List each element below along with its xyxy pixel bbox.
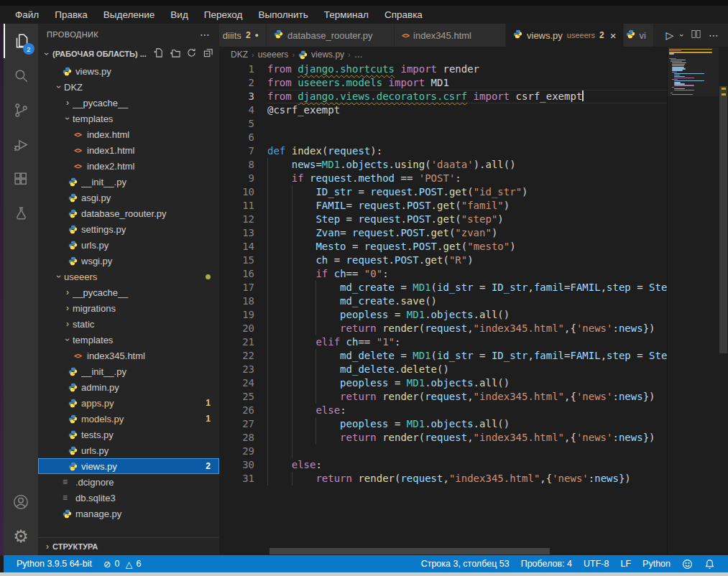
run-debug-icon[interactable] (4, 127, 38, 162)
menu-Терминал[interactable]: Терминал (316, 6, 377, 24)
feedback-icon[interactable] (676, 559, 699, 570)
tree-item-index.html[interactable]: <>index.html (38, 126, 219, 142)
search-icon[interactable] (4, 58, 38, 93)
tab-database_roouter.py[interactable]: database_roouter.py (267, 24, 395, 47)
menu-Выполнить[interactable]: Выполнить (250, 6, 315, 24)
tree-item-.dcignore[interactable]: ≡.dcignore (38, 474, 219, 490)
indent-guide (315, 417, 340, 431)
workspace-section-header[interactable]: › (РАБОЧАЯ ОБЛАСТЬ) ... (38, 45, 219, 63)
tree-item-admin.py[interactable]: admin.py (38, 379, 219, 395)
outline-section-header[interactable]: › СТРУКТУРА (38, 537, 219, 555)
tree-item-__pycache__[interactable]: ›__pycache__ (38, 95, 219, 111)
breadcrumb-item-DKZ[interactable]: DKZ (231, 50, 248, 60)
tab-diiits[interactable]: diiits2● (219, 24, 267, 47)
line-number: 7 (219, 144, 254, 158)
breadcrumb-item-useeers[interactable]: useeers (258, 50, 289, 60)
refresh-icon[interactable] (186, 47, 197, 61)
status-Строка 3, столбец 53[interactable]: Строка 3, столбец 53 (415, 559, 515, 569)
new-folder-icon[interactable] (170, 47, 180, 61)
tree-item-urls.py[interactable]: urls.py (38, 442, 219, 458)
menu-Вид[interactable]: Вид (162, 6, 195, 24)
tree-item-settings.py[interactable]: settings.py (38, 221, 219, 237)
status-bar: Python 3.9.5 64-bit⊘0 △ 6 Строка 3, стол… (4, 555, 728, 572)
indent-guide (292, 376, 316, 390)
tree-item-views.py[interactable]: views.py (38, 63, 219, 79)
status-LF[interactable]: LF (614, 559, 637, 569)
code-region: 1234567891011121314151617181920212223242… (219, 62, 728, 555)
tree-item-database_roouter.py[interactable]: database_roouter.py (38, 205, 219, 221)
status-Пробелов: 4[interactable]: Пробелов: 4 (515, 559, 578, 569)
menu-Справка[interactable]: Справка (377, 6, 430, 24)
tree-item-tests.py[interactable]: tests.py (38, 427, 219, 442)
tree-item-db.sqlite3[interactable]: ≡db.sqlite3 (38, 490, 219, 506)
tree-item-index2.html[interactable]: <>index2.html (38, 158, 219, 174)
menu-Файл[interactable]: Файл (7, 6, 47, 24)
window-top-edge (0, 0, 728, 6)
extensions-icon[interactable] (4, 162, 38, 196)
tree-item-__init__.py[interactable]: __init__.py (38, 174, 219, 190)
indent-guide (292, 240, 316, 254)
tab-label: database_roouter.py (287, 30, 373, 41)
tree-item-__pycache__[interactable]: ›__pycache__ (38, 284, 219, 300)
tree-item-models.py[interactable]: models.py1 (38, 411, 219, 427)
menu-Переход[interactable]: Переход (196, 6, 251, 24)
tab-index345.html[interactable]: <>index345.html (395, 24, 506, 47)
status-Python[interactable]: Python (637, 559, 676, 569)
tree-item-label: manage.py (75, 508, 211, 519)
status-UTF-8[interactable]: UTF-8 (578, 559, 614, 569)
tree-item-migrations[interactable]: ›migrations (38, 300, 219, 316)
menu-Выделение[interactable]: Выделение (96, 6, 163, 24)
breadcrumb-item-views.py[interactable]: views.py (311, 50, 344, 60)
tab-label: vi (640, 30, 646, 41)
tree-item-__init__.py[interactable]: __init__.py (38, 363, 219, 379)
vertical-scrollbar[interactable] (719, 47, 728, 555)
tree-item-label: __init__.py (81, 177, 211, 187)
menu-Правка[interactable]: Правка (47, 6, 96, 24)
html-file-icon: <> (74, 147, 87, 154)
tree-item-DKZ[interactable]: ›DKZ (38, 79, 219, 95)
tab-vi[interactable]: vi (624, 24, 654, 47)
tab-views.py[interactable]: views.pyuseeers2× (506, 24, 624, 47)
line-number: 15 (219, 254, 254, 267)
collapse-all-icon[interactable] (203, 47, 213, 61)
close-icon[interactable]: × (610, 29, 617, 42)
code-content[interactable]: from django.shortcuts import renderfrom … (267, 62, 667, 555)
new-file-icon[interactable] (153, 47, 164, 61)
vertical-scrollbar-thumb[interactable] (719, 86, 727, 353)
tree-item-asgi.py[interactable]: asgi.py (38, 190, 219, 205)
tree-item-templates[interactable]: ›templates (38, 111, 219, 126)
testing-icon[interactable] (4, 196, 38, 231)
breadcrumb-item-…[interactable]: … (354, 50, 363, 60)
run-button[interactable]: ▷ (666, 29, 674, 41)
status-Python 3.9.5 64-bit[interactable]: Python 3.9.5 64-bit (11, 559, 98, 569)
tree-item-urls.py[interactable]: urls.py (38, 237, 219, 253)
tree-item-index345.html[interactable]: <>index345.html (38, 348, 219, 363)
python-file-icon (298, 50, 308, 60)
explorer-icon[interactable]: 2 (4, 24, 38, 58)
indent-guide (267, 308, 292, 322)
tree-item-label: tests.py (81, 429, 211, 440)
split-editor-icon[interactable] (691, 29, 701, 42)
chevron-right-icon: › (63, 287, 73, 297)
more-actions-icon[interactable]: ⋯ (709, 29, 719, 41)
breadcrumb[interactable]: DKZ›useeers›views.py›… (219, 47, 728, 62)
minimap[interactable] (667, 47, 719, 555)
tree-item-templates[interactable]: ›templates (38, 332, 219, 348)
status-0[interactable]: ⊘0 △ 6 (98, 559, 147, 570)
chevron-down-icon: › (54, 271, 64, 282)
indent-guide (292, 335, 316, 349)
tree-item-apps.py[interactable]: apps.py1 (38, 395, 219, 411)
source-control-icon[interactable] (4, 93, 38, 127)
tree-item-index1.html[interactable]: <>index1.html (38, 142, 219, 158)
tree-item-views.py[interactable]: views.py2 (38, 458, 219, 474)
horizontal-scrollbar[interactable] (269, 548, 550, 554)
tree-item-wsgi.py[interactable]: wsgi.py (38, 253, 219, 269)
sidebar-more-icon[interactable]: ⋯ (200, 29, 211, 40)
account-icon[interactable] (4, 485, 38, 519)
settings-gear-icon[interactable]: ⚙ (4, 519, 38, 554)
bell-icon[interactable] (699, 559, 721, 570)
tree-item-manage.py[interactable]: manage.py (38, 506, 219, 521)
tree-item-useeers[interactable]: ›useeers (38, 269, 219, 284)
run-dropdown-icon[interactable]: › (678, 34, 686, 37)
tree-item-static[interactable]: ›static (38, 316, 219, 332)
